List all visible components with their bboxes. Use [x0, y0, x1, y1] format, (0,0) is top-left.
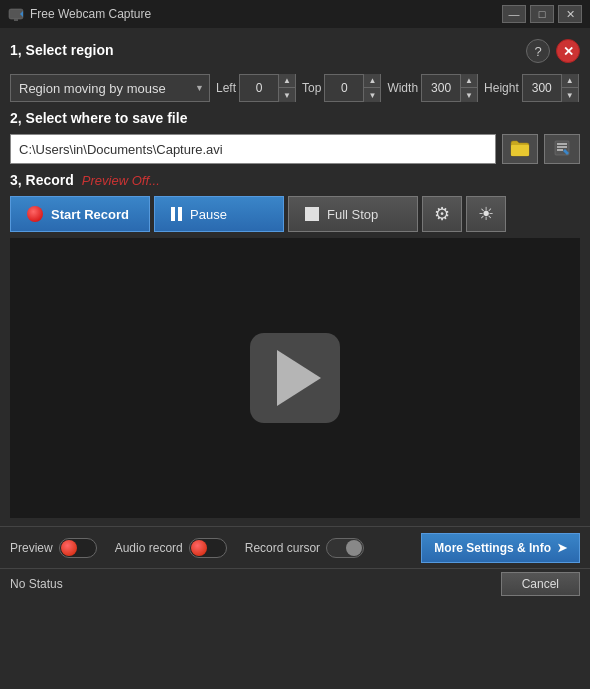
- left-arrows: ▲ ▼: [278, 74, 295, 102]
- status-text: No Status: [10, 577, 63, 591]
- more-settings-arrow-icon: ➤: [557, 541, 567, 555]
- region-select-row: Region moving by mouse Full Screen Fixed…: [10, 74, 580, 102]
- region-dropdown-wrapper: Region moving by mouse Full Screen Fixed…: [10, 74, 210, 102]
- top-spinbox: 0 ▲ ▼: [324, 74, 381, 102]
- record-header: 3, Record Preview Off...: [10, 172, 580, 188]
- width-arrows: ▲ ▼: [460, 74, 477, 102]
- height-spinbox: 300 ▲ ▼: [522, 74, 579, 102]
- top-arrows: ▲ ▼: [363, 74, 380, 102]
- file-path-input[interactable]: C:\Users\in\Documents\Capture.avi: [10, 134, 496, 164]
- cursor-toggle-label: Record cursor: [245, 541, 320, 555]
- brightness-button[interactable]: ☀: [466, 196, 506, 232]
- help-button[interactable]: ?: [526, 39, 550, 63]
- edit-path-button[interactable]: [544, 134, 580, 164]
- section2-title: 2, Select where to save file: [10, 110, 187, 126]
- left-label: Left: [216, 81, 236, 95]
- app-title: Free Webcam Capture: [30, 7, 502, 21]
- height-label: Height: [484, 81, 519, 95]
- width-input[interactable]: 300: [422, 75, 460, 101]
- file-path-row: C:\Users\in\Documents\Capture.avi: [10, 134, 580, 164]
- svg-rect-3: [511, 145, 529, 156]
- height-spinbox-group: Height 300 ▲ ▼: [484, 74, 579, 102]
- cursor-toggle-knob: [346, 540, 362, 556]
- height-down-button[interactable]: ▼: [562, 88, 578, 102]
- edit-icon: [553, 139, 571, 160]
- audio-toggle-group: Audio record: [115, 538, 227, 558]
- left-spinbox: 0 ▲ ▼: [239, 74, 296, 102]
- left-down-button[interactable]: ▼: [279, 88, 295, 102]
- preview-area: [10, 238, 580, 518]
- bottom-bar: Preview Audio record Record cursor More …: [0, 526, 590, 568]
- cursor-toggle[interactable]: [326, 538, 364, 558]
- width-spinbox: 300 ▲ ▼: [421, 74, 478, 102]
- folder-icon: [510, 139, 530, 160]
- cursor-toggle-group: Record cursor: [245, 538, 364, 558]
- maximize-button[interactable]: □: [530, 5, 554, 23]
- status-bar: No Status Cancel: [0, 568, 590, 598]
- stop-square-icon: [305, 207, 319, 221]
- play-triangle-icon: [277, 350, 321, 406]
- preview-toggle[interactable]: [59, 538, 97, 558]
- cancel-button[interactable]: Cancel: [501, 572, 580, 596]
- width-up-button[interactable]: ▲: [461, 74, 477, 88]
- audio-toggle-label: Audio record: [115, 541, 183, 555]
- section1-header: 1, Select region ? ✕: [10, 36, 580, 66]
- brightness-icon: ☀: [478, 203, 494, 225]
- record-buttons-row: Start Record Pause Full Stop ⚙ ☀: [10, 196, 580, 232]
- pause-button[interactable]: Pause: [154, 196, 284, 232]
- width-label: Width: [387, 81, 418, 95]
- minimize-button[interactable]: —: [502, 5, 526, 23]
- top-up-button[interactable]: ▲: [364, 74, 380, 88]
- record-dot-icon: [27, 206, 43, 222]
- section3-title: 3, Record: [10, 172, 74, 188]
- left-input[interactable]: 0: [240, 75, 278, 101]
- region-dropdown[interactable]: Region moving by mouse Full Screen Fixed…: [10, 74, 210, 102]
- pause-label: Pause: [190, 207, 227, 222]
- pause-bar-left: [171, 207, 175, 221]
- full-stop-label: Full Stop: [327, 207, 378, 222]
- settings-icon: ⚙: [434, 203, 450, 225]
- section1-title: 1, Select region: [10, 42, 113, 58]
- height-arrows: ▲ ▼: [561, 74, 578, 102]
- browse-folder-button[interactable]: [502, 134, 538, 164]
- height-input[interactable]: 300: [523, 75, 561, 101]
- section1-close-button[interactable]: ✕: [556, 39, 580, 63]
- top-input[interactable]: 0: [325, 75, 363, 101]
- svg-rect-2: [14, 19, 18, 21]
- window-controls: — □ ✕: [502, 5, 582, 23]
- pause-bar-right: [178, 207, 182, 221]
- full-stop-button[interactable]: Full Stop: [288, 196, 418, 232]
- left-spinbox-group: Left 0 ▲ ▼: [216, 74, 296, 102]
- top-down-button[interactable]: ▼: [364, 88, 380, 102]
- section1-controls: ? ✕: [526, 39, 580, 63]
- top-label: Top: [302, 81, 321, 95]
- preview-toggle-label: Preview: [10, 541, 53, 555]
- height-up-button[interactable]: ▲: [562, 74, 578, 88]
- width-spinbox-group: Width 300 ▲ ▼: [387, 74, 478, 102]
- audio-toggle-knob: [191, 540, 207, 556]
- left-up-button[interactable]: ▲: [279, 74, 295, 88]
- start-record-button[interactable]: Start Record: [10, 196, 150, 232]
- app-icon: [8, 6, 24, 22]
- start-record-label: Start Record: [51, 207, 129, 222]
- top-spinbox-group: Top 0 ▲ ▼: [302, 74, 381, 102]
- more-settings-label: More Settings & Info: [434, 541, 551, 555]
- main-content: 1, Select region ? ✕ Region moving by mo…: [0, 28, 590, 526]
- pause-icon: [171, 207, 182, 221]
- preview-status: Preview Off...: [82, 173, 160, 188]
- settings-button[interactable]: ⚙: [422, 196, 462, 232]
- preview-toggle-group: Preview: [10, 538, 97, 558]
- play-button-large[interactable]: [250, 333, 340, 423]
- title-bar: Free Webcam Capture — □ ✕: [0, 0, 590, 28]
- audio-toggle[interactable]: [189, 538, 227, 558]
- width-down-button[interactable]: ▼: [461, 88, 477, 102]
- more-settings-button[interactable]: More Settings & Info ➤: [421, 533, 580, 563]
- preview-toggle-knob: [61, 540, 77, 556]
- close-button[interactable]: ✕: [558, 5, 582, 23]
